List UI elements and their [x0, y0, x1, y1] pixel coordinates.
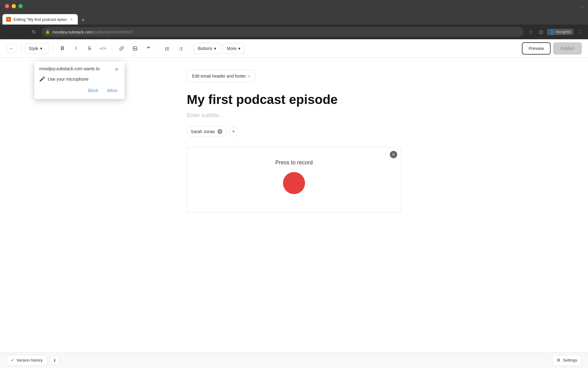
- popup-mic-text: Use your microphone: [48, 77, 89, 82]
- popup-actions: Block Allow: [39, 87, 120, 94]
- toolbar-separator-2: [53, 45, 53, 52]
- incognito-badge: 👤 Incognito: [547, 29, 573, 35]
- svg-point-6: [165, 49, 166, 50]
- info-button[interactable]: ℹ: [50, 355, 59, 365]
- browser-chrome: ⌵ S Editing "My first podcast episo ✕ + …: [0, 0, 588, 39]
- chevron-down-icon: ▾: [40, 46, 42, 51]
- code-button[interactable]: </>: [97, 43, 108, 54]
- settings-button[interactable]: ⚙ Settings: [552, 355, 582, 366]
- address-bar: ‹ › ↻ 🔒 moodjoy.substack.com/publish/pos…: [0, 25, 588, 39]
- popup-title: moodjoy.substack.com wants to: [39, 66, 100, 71]
- bold-button[interactable]: B: [57, 43, 68, 54]
- preview-button[interactable]: Preview: [522, 42, 551, 55]
- italic-button[interactable]: I: [70, 43, 81, 54]
- svg-point-2: [165, 47, 166, 48]
- tab-close-button[interactable]: ✕: [69, 17, 74, 22]
- more-dropdown-button[interactable]: More ▾: [223, 43, 244, 54]
- permission-popup: moodjoy.substack.com wants to ✕ 🎤 Use yo…: [34, 61, 125, 99]
- post-title[interactable]: My first podcast episode: [187, 92, 401, 107]
- editor-area: Edit email header and footer › My first …: [0, 58, 588, 368]
- close-record-box-button[interactable]: ✕: [390, 151, 397, 158]
- strikethrough-button[interactable]: S: [84, 43, 95, 54]
- email-header-bar: Edit email header and footer ›: [187, 70, 401, 82]
- chevron-down-icon: ▾: [238, 46, 240, 51]
- tab-bar: S Editing "My first podcast episo ✕ +: [0, 12, 588, 25]
- buttons-dropdown-button[interactable]: Buttons ▾: [194, 43, 220, 54]
- edit-email-header-footer-button[interactable]: Edit email header and footer ›: [187, 70, 255, 82]
- toolbar-separator-5: [190, 45, 190, 52]
- url-text: moodjoy.substack.com/publish/post/528285…: [52, 30, 134, 34]
- tab-title: Editing "My first podcast episo: [13, 17, 67, 22]
- version-history-button[interactable]: ✓ Version history: [6, 355, 47, 366]
- popup-close-button[interactable]: ✕: [114, 66, 120, 72]
- svg-point-1: [134, 47, 135, 48]
- popup-header: moodjoy.substack.com wants to ✕: [39, 66, 120, 72]
- unordered-list-button[interactable]: [162, 43, 173, 54]
- traffic-lights: [5, 4, 23, 8]
- svg-text:3.: 3.: [179, 49, 180, 51]
- authors-row: Sarah Jonas ✕ +: [187, 126, 401, 137]
- popup-mic-row: 🎤 Use your microphone: [39, 76, 120, 82]
- toolbar-separator-1: [21, 45, 21, 52]
- bookmark-icon[interactable]: ☆: [527, 28, 535, 36]
- tab-favicon: S: [6, 17, 11, 22]
- press-to-record-text: Press to record: [275, 159, 313, 166]
- more-options-icon[interactable]: ⋮: [576, 28, 583, 36]
- refresh-button[interactable]: ↻: [29, 28, 38, 36]
- chevron-right-icon: ›: [248, 74, 250, 79]
- author-name: Sarah Jonas: [191, 129, 215, 134]
- chevron-down-icon: ▾: [214, 46, 216, 51]
- microphone-icon: 🎤: [39, 76, 45, 82]
- app-toolbar: ← Style ▾ B I S </> ❝: [0, 39, 588, 58]
- add-author-button[interactable]: +: [229, 127, 239, 136]
- back-nav-button[interactable]: ‹: [5, 28, 13, 36]
- quote-button[interactable]: ❝: [143, 43, 154, 54]
- toolbar-separator-4: [158, 45, 158, 52]
- security-lock-icon: 🔒: [45, 30, 50, 34]
- record-button[interactable]: [283, 172, 305, 194]
- close-window-button[interactable]: [5, 4, 9, 8]
- record-box: ✕ Press to record: [187, 147, 401, 213]
- block-permission-button[interactable]: Block: [85, 87, 101, 94]
- window-menu-icon[interactable]: ⌵: [581, 4, 583, 9]
- browser-menu-icon[interactable]: ⊡: [537, 28, 545, 36]
- address-bar-actions: ☆ ⊡ 👤 Incognito ⋮: [527, 28, 583, 36]
- minimize-window-button[interactable]: [12, 4, 16, 8]
- editor-back-button[interactable]: ←: [6, 43, 17, 54]
- bottom-bar: ✓ Version history ℹ ⚙ Settings: [0, 352, 588, 368]
- author-tag-sarah-jonas: Sarah Jonas ✕: [187, 126, 226, 137]
- checkmark-icon: ✓: [11, 358, 14, 362]
- image-button[interactable]: [130, 43, 141, 54]
- title-bar: ⌵: [0, 0, 588, 12]
- maximize-window-button[interactable]: [18, 4, 23, 8]
- publish-button[interactable]: Publish: [553, 42, 582, 55]
- svg-point-4: [165, 48, 166, 49]
- style-dropdown-button[interactable]: Style ▾: [25, 43, 49, 54]
- app-content: moodjoy.substack.com wants to ✕ 🎤 Use yo…: [0, 39, 588, 368]
- new-tab-button[interactable]: +: [79, 16, 88, 25]
- forward-nav-button[interactable]: ›: [17, 28, 26, 36]
- editor-content: Edit email header and footer › My first …: [181, 58, 407, 237]
- link-button[interactable]: [116, 43, 127, 54]
- active-tab[interactable]: S Editing "My first podcast episo ✕: [2, 14, 78, 25]
- toolbar-separator-3: [112, 45, 112, 52]
- allow-permission-button[interactable]: Allow: [105, 87, 120, 94]
- url-bar[interactable]: 🔒 moodjoy.substack.com/publish/post/5282…: [42, 27, 524, 37]
- subtitle-input[interactable]: Enter subtitle...: [187, 112, 401, 119]
- remove-author-button[interactable]: ✕: [217, 129, 222, 134]
- ordered-list-button[interactable]: 1. 2. 3.: [175, 43, 186, 54]
- settings-gear-icon: ⚙: [557, 358, 560, 362]
